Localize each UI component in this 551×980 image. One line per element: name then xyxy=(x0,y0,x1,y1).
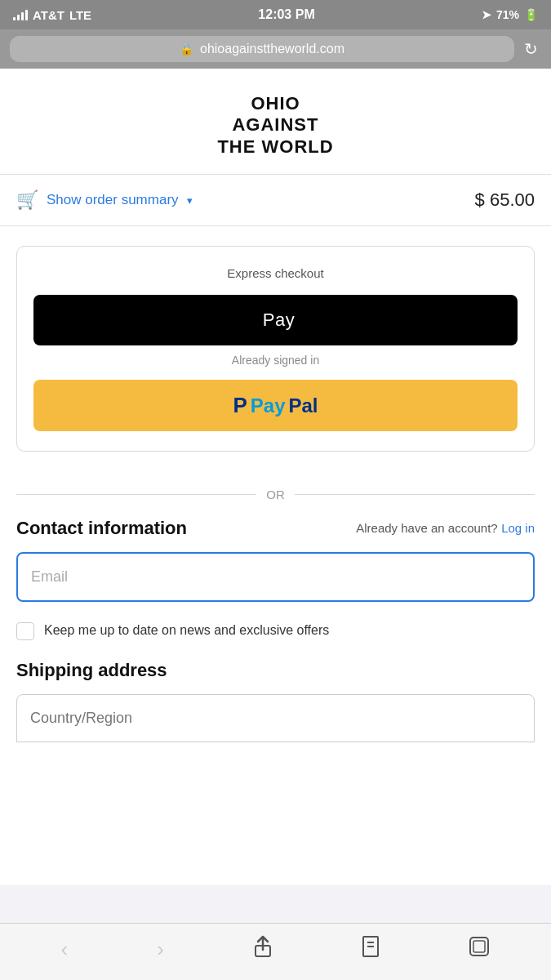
forward-icon: › xyxy=(157,937,164,962)
shipping-title: Shipping address xyxy=(16,660,535,681)
apple-pay-label: Pay xyxy=(263,310,295,331)
order-price: $ 65.00 xyxy=(475,189,535,211)
address-bar: 🔒 ohioagainsttheworld.com ↻ xyxy=(0,29,551,69)
or-line-right xyxy=(295,494,535,495)
bookmark-button[interactable] xyxy=(349,929,393,970)
newsletter-checkbox[interactable] xyxy=(16,622,34,640)
show-order-label[interactable]: Show order summary xyxy=(47,192,179,208)
or-line-left xyxy=(16,494,256,495)
logo-area: OHIO AGAINST THE WORLD xyxy=(0,69,551,175)
cart-icon: 🛒 xyxy=(16,189,38,211)
status-left: AT&T LTE xyxy=(13,8,91,22)
forward-button[interactable]: › xyxy=(144,930,177,969)
login-link[interactable]: Log in xyxy=(501,521,535,535)
share-button[interactable] xyxy=(240,929,286,970)
shipping-section: Shipping address xyxy=(0,660,551,762)
battery-label: 71% xyxy=(496,8,519,21)
tabs-button[interactable] xyxy=(455,929,503,969)
show-order-summary[interactable]: 🛒 Show order summary ▾ xyxy=(16,189,193,211)
account-prompt: Already have an account? Log in xyxy=(356,521,535,536)
email-input-wrapper xyxy=(16,552,535,602)
network-type-label: LTE xyxy=(69,8,91,22)
page-content: OHIO AGAINST THE WORLD 🛒 Show order summ… xyxy=(0,69,551,885)
url-text: ohioagainsttheworld.com xyxy=(200,42,344,56)
express-checkout-title: Express checkout xyxy=(33,266,518,280)
express-checkout-card: Express checkout Pay Already signed in P… xyxy=(16,246,535,452)
lock-icon: 🔒 xyxy=(180,42,193,56)
newsletter-checkbox-row: Keep me up to date on news and exclusive… xyxy=(16,615,535,660)
signal-icon xyxy=(13,10,28,20)
back-button[interactable]: ‹ xyxy=(48,930,82,969)
order-summary-bar[interactable]: 🛒 Show order summary ▾ $ 65.00 xyxy=(0,175,551,226)
bottom-nav-bar: ‹ › xyxy=(0,923,551,980)
share-icon xyxy=(253,935,273,964)
status-bar: AT&T LTE 12:03 PM ➤ 71% 🔋 xyxy=(0,0,551,29)
carrier-label: AT&T xyxy=(33,8,64,22)
location-icon: ➤ xyxy=(482,8,491,21)
status-right: ➤ 71% 🔋 xyxy=(482,8,538,21)
back-icon: ‹ xyxy=(61,937,69,962)
signed-in-text: Already signed in xyxy=(33,354,518,367)
contact-header: Contact information Already have an acco… xyxy=(16,518,535,539)
paypal-button[interactable]: P PayPal xyxy=(33,380,518,431)
or-label: OR xyxy=(266,488,285,501)
chevron-down-icon: ▾ xyxy=(187,194,193,207)
reload-button[interactable]: ↻ xyxy=(521,36,541,62)
battery-icon: 🔋 xyxy=(524,8,538,21)
newsletter-label: Keep me up to date on news and exclusive… xyxy=(44,621,329,639)
express-checkout-section: Express checkout Pay Already signed in P… xyxy=(0,226,551,471)
bookmark-icon xyxy=(362,935,380,964)
paypal-logo: P PayPal xyxy=(233,393,318,418)
svg-rect-5 xyxy=(473,941,485,952)
country-region-input[interactable] xyxy=(16,694,535,742)
contact-title: Contact information xyxy=(16,518,187,539)
tabs-icon xyxy=(469,936,490,963)
url-pill[interactable]: 🔒 ohioagainsttheworld.com xyxy=(10,36,514,62)
email-input[interactable] xyxy=(16,552,535,602)
brand-logo: OHIO AGAINST THE WORLD xyxy=(217,93,333,158)
account-text: Already have an account? xyxy=(356,521,497,535)
or-divider: OR xyxy=(0,471,551,518)
apple-pay-button[interactable]: Pay xyxy=(33,295,518,345)
status-time: 12:03 PM xyxy=(258,7,314,22)
contact-section: Contact information Already have an acco… xyxy=(0,518,551,660)
